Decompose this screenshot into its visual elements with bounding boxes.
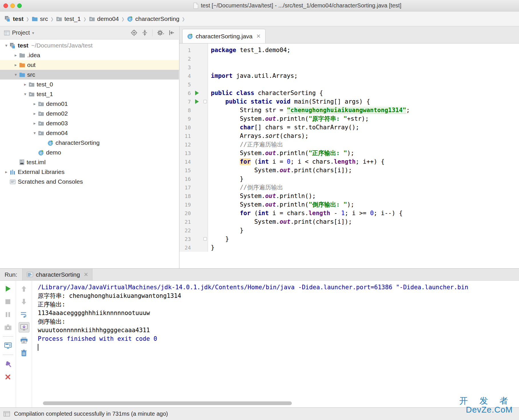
run-gutter-icon[interactable] [195, 91, 199, 95]
tree-item-src[interactable]: ▾src [0, 70, 179, 80]
tree-item-demo02[interactable]: ▸demo02 [0, 109, 179, 118]
code-line-20[interactable]: 20 for (int i = chars.length - 1; i >= 0… [179, 209, 519, 217]
tree-item-external-libraries[interactable]: ▸External Libraries [0, 167, 179, 177]
tree-expanded-icon[interactable]: ▾ [31, 130, 38, 136]
soft-wrap-button[interactable] [19, 309, 29, 320]
clear-all-button[interactable] [19, 348, 29, 358]
code-line-22[interactable]: 22 } [179, 226, 519, 235]
code-line-3[interactable]: 3 [179, 63, 519, 72]
hide-panel-button[interactable] [169, 30, 175, 36]
code-line-16[interactable]: 16 } [179, 175, 519, 183]
code-line-23[interactable]: 23 } [179, 235, 519, 243]
close-icon[interactable]: ✕ [84, 271, 88, 278]
code-line-19[interactable]: 19 System.out.println("倒序输出: "); [179, 200, 519, 209]
code-line-17[interactable]: 17 //倒序遍历输出 [179, 183, 519, 192]
tree-item-test[interactable]: ▾test~/Documents/Java/test [0, 41, 179, 50]
toolbar-separator [3, 354, 13, 355]
code-line-8[interactable]: 8 String str = "chenughonghuiaikuangwant… [179, 106, 519, 114]
code-line-21[interactable]: 21 System.out.print(chars[i]); [179, 217, 519, 226]
tree-item-test-iml[interactable]: test.iml [0, 157, 179, 167]
tree-item-out[interactable]: ▸out [0, 60, 179, 70]
fold-marker-icon[interactable] [203, 100, 207, 103]
tree-collapsed-icon[interactable]: ▸ [31, 111, 38, 116]
pause-output-button[interactable] [3, 309, 13, 320]
tree-collapsed-icon[interactable]: ▸ [31, 101, 38, 106]
tree-collapsed-icon[interactable]: ▸ [22, 82, 29, 87]
tree-item-charactersorting[interactable]: ccharacterSorting [0, 138, 179, 148]
code-line-5[interactable]: 5 [179, 80, 519, 89]
editor-tab-characterSorting[interactable]: c characterSorting.java ✕ [182, 29, 266, 43]
locate-button[interactable] [131, 29, 137, 36]
class-icon: c [127, 16, 133, 22]
tree-item-demo[interactable]: cdemo [0, 148, 179, 157]
run-gutter-icon[interactable] [195, 99, 199, 104]
console-horizontal-scrollbar[interactable] [43, 401, 292, 405]
breadcrumb-item-demo04[interactable]: demo04 [89, 15, 119, 22]
code-line-13[interactable]: 13 System.out.println("正序输出: "); [179, 149, 519, 157]
code-line-12[interactable]: 12 //正序遍历输出 [179, 140, 519, 149]
tree-item-idea[interactable]: ▸.idea [0, 50, 179, 60]
breadcrumb-item-charactersorting[interactable]: ccharacterSorting [127, 15, 179, 22]
tree-expanded-icon[interactable]: ▾ [12, 72, 19, 77]
chevron-down-icon[interactable]: ▾ [32, 31, 34, 35]
print-button[interactable] [19, 335, 29, 345]
tree-item-demo04[interactable]: ▾demo04 [0, 128, 179, 138]
pin-tab-button[interactable] [3, 359, 13, 369]
code-line-18[interactable]: 18 System.out.println(); [179, 192, 519, 200]
code-line-15[interactable]: 15 System.out.print(chars[i]); [179, 166, 519, 175]
tree-item-demo03[interactable]: ▸demo03 [0, 118, 179, 128]
tree-item-scratches-and-consoles[interactable]: Scratches and Consoles [0, 177, 179, 187]
breadcrumb-item-src[interactable]: src [32, 15, 48, 22]
zoom-window-button[interactable] [17, 3, 22, 8]
svg-text:c: c [49, 141, 51, 145]
collapse-all-button[interactable] [142, 29, 148, 36]
close-window-button[interactable] [3, 3, 8, 8]
line-number: 14 [179, 159, 193, 165]
thread-dump-button[interactable] [3, 322, 13, 332]
run-header: Run: characterSorting ✕ [0, 269, 519, 281]
folder-gray-icon [19, 53, 25, 58]
console-output[interactable]: /Library/Java/JavaVirtualMachines/jdk-14… [33, 281, 519, 351]
tree-collapsed-icon[interactable]: ▸ [12, 53, 19, 58]
project-panel-title[interactable]: Project [12, 29, 30, 36]
code-line-2[interactable]: 2 [179, 54, 519, 63]
code-line-1[interactable]: 1package test_1.demo04; [179, 46, 519, 54]
line-number: 19 [179, 202, 193, 208]
breadcrumb-item-test-1[interactable]: test_1 [56, 15, 81, 22]
code-line-6[interactable]: 6public class characterSorting { [179, 89, 519, 97]
code-line-10[interactable]: 10 char[] chars = str.toCharArray(); [179, 123, 519, 132]
restore-layout-button[interactable] [3, 340, 13, 351]
tree-expanded-icon[interactable]: ▾ [3, 43, 10, 48]
line-number: 23 [179, 236, 193, 242]
tree-item-test-1[interactable]: ▾test_1 [0, 89, 179, 99]
code-line-14[interactable]: 14 for (int i = 0; i < chars.length; i++… [179, 157, 519, 166]
code-line-24[interactable]: 24} [179, 243, 519, 252]
code-editor[interactable]: 1package test_1.demo04;234import java.ut… [179, 43, 519, 252]
status-bar: Compilation completed successfully in 73… [0, 407, 519, 420]
tree-collapsed-icon[interactable]: ▸ [3, 169, 10, 175]
chevron-right-icon: › [84, 13, 86, 25]
scroll-to-end-button[interactable] [19, 322, 29, 332]
tree-item-test-0[interactable]: ▸test_0 [0, 80, 179, 89]
code-line-11[interactable]: 11 Arrays.sort(chars); [179, 132, 519, 140]
minimize-window-button[interactable] [10, 3, 15, 8]
fold-marker-icon[interactable] [203, 237, 207, 241]
down-stack-trace-button[interactable] [19, 296, 29, 307]
stop-button[interactable] [3, 296, 13, 307]
tree-item-demo01[interactable]: ▸demo01 [0, 99, 179, 109]
close-button[interactable] [3, 372, 13, 382]
close-icon[interactable]: ✕ [256, 33, 261, 39]
tool-window-toggle-icon[interactable] [3, 411, 10, 417]
code-line-4[interactable]: 4import java.util.Arrays; [179, 72, 519, 80]
tree-item-label: demo02 [46, 110, 68, 117]
code-line-9[interactable]: 9 System.out.println("原字符串: "+str); [179, 114, 519, 123]
run-tab-characterSorting[interactable]: characterSorting ✕ [22, 269, 92, 280]
tree-expanded-icon[interactable]: ▾ [22, 92, 29, 97]
rerun-button[interactable] [3, 284, 13, 294]
code-line-7[interactable]: 7 public static void main(String[] args)… [179, 97, 519, 106]
up-stack-trace-button[interactable] [19, 284, 29, 294]
breadcrumb-item-test[interactable]: test [5, 15, 23, 22]
settings-button[interactable] [157, 29, 164, 36]
tree-collapsed-icon[interactable]: ▸ [12, 62, 19, 68]
tree-collapsed-icon[interactable]: ▸ [31, 121, 38, 126]
